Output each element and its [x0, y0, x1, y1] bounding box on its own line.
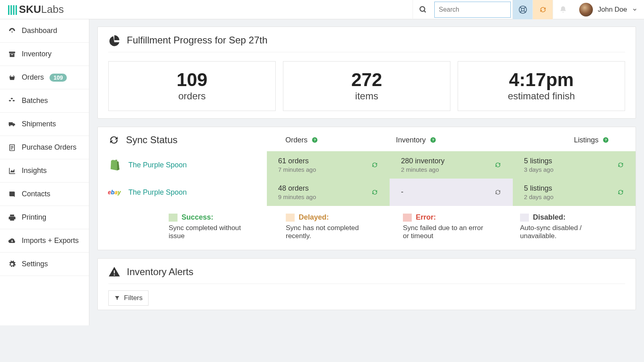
avatar — [579, 3, 593, 16]
refresh-icon[interactable] — [617, 189, 624, 196]
stat-items: 272 items — [283, 61, 450, 111]
stat-value: 4:17pm — [462, 70, 621, 89]
sidebar-item-inventory[interactable]: Inventory — [0, 43, 89, 66]
refresh-icon[interactable] — [371, 189, 378, 196]
cubes-icon — [8, 97, 16, 105]
swatch-icon — [169, 214, 178, 222]
col-orders: Orders ? — [277, 136, 388, 144]
help-button[interactable] — [512, 0, 533, 19]
help-icon[interactable]: ? — [430, 137, 436, 143]
chevron-down-icon — [632, 7, 638, 12]
refresh-icon[interactable] — [494, 189, 502, 196]
store-link[interactable]: The Purple Spoon — [128, 188, 187, 197]
fulfillment-card: Fulfillment Progress for Sep 27th 109 or… — [97, 27, 636, 119]
truck-icon — [8, 120, 16, 128]
search-button[interactable] — [413, 0, 433, 19]
stat-value: 272 — [287, 70, 446, 89]
sync-row: The Purple Spoon 61 orders7 minutes ago … — [98, 151, 636, 179]
sync-icon — [108, 134, 120, 146]
sidebar-item-label: Dashboard — [22, 27, 57, 35]
stat-label: orders — [113, 90, 271, 102]
cloud-icon — [8, 237, 16, 245]
legend-error: Error: Sync failed due to an error or ti… — [403, 213, 508, 240]
sync-cell-orders: 48 orders9 minutes ago — [267, 179, 390, 206]
svg-text:?: ? — [432, 138, 434, 142]
legend-success: Success: Sync completed without issue — [169, 213, 274, 240]
svg-point-4 — [521, 8, 524, 11]
sidebar-item-label: Contacts — [22, 190, 50, 198]
sync-button[interactable] — [533, 0, 553, 19]
swatch-icon — [286, 214, 295, 222]
svg-point-0 — [420, 6, 425, 11]
sync-cell-inventory: - — [390, 179, 512, 206]
sidebar-item-label: Purchase Orders — [22, 143, 76, 152]
document-icon — [8, 144, 16, 152]
sync-icon — [539, 6, 547, 14]
sidebar-item-shipments[interactable]: Shipments — [0, 113, 89, 136]
printer-icon — [8, 214, 16, 222]
warning-icon — [108, 266, 120, 278]
sidebar-item-label: Batches — [22, 97, 48, 105]
sync-legend: Success: Sync completed without issue De… — [108, 206, 625, 243]
sidebar-item-purchase-orders[interactable]: Purchase Orders — [0, 136, 89, 159]
stat-orders: 109 orders — [108, 61, 276, 111]
stat-value: 109 — [113, 70, 271, 89]
svg-line-1 — [424, 10, 425, 12]
sidebar-item-label: Settings — [22, 260, 48, 268]
user-menu[interactable]: John Doe — [573, 3, 644, 16]
search-input[interactable] — [439, 6, 519, 13]
gear-icon — [8, 260, 16, 268]
ebay-icon: ebay — [108, 186, 120, 198]
sync-status-card: Sync Status Orders ? Inventory ? Listing… — [97, 127, 636, 250]
sidebar: Dashboard Inventory Orders 109 Batches S… — [0, 19, 89, 325]
legend-disabled: Disabled: Auto-sync disabled / unavailab… — [520, 213, 625, 240]
sidebar-item-batches[interactable]: Batches — [0, 89, 89, 113]
legend-delayed: Delayed: Sync has not completed recently… — [286, 213, 391, 240]
sync-cell-orders: 61 orders7 minutes ago — [267, 151, 390, 179]
sync-cell-listings: 5 listings2 days ago — [513, 179, 636, 206]
refresh-icon[interactable] — [494, 161, 502, 169]
sync-title: Sync Status — [126, 134, 178, 146]
pie-chart-icon — [108, 34, 120, 46]
search-field-wrap — [434, 2, 511, 18]
sync-cell-inventory: 280 inventory2 minutes ago — [390, 151, 512, 179]
help-icon[interactable]: ? — [312, 137, 318, 143]
col-listings: Listings ? — [498, 136, 625, 144]
dashboard-icon — [8, 27, 16, 35]
basket-icon — [8, 74, 16, 82]
stat-finish: 4:17pm estimated finish — [458, 61, 625, 111]
lifebuoy-icon — [518, 5, 527, 14]
svg-text:?: ? — [314, 138, 316, 142]
book-icon — [8, 190, 16, 198]
alerts-title: Inventory Alerts — [127, 266, 193, 278]
sync-row: ebay The Purple Spoon 48 orders9 minutes… — [98, 179, 636, 206]
shopify-icon — [108, 159, 120, 171]
notifications-button[interactable] — [553, 0, 573, 19]
logo-bars-icon: |||| — [7, 3, 17, 16]
sidebar-item-orders[interactable]: Orders 109 — [0, 66, 89, 89]
sidebar-item-dashboard[interactable]: Dashboard — [0, 19, 89, 43]
main-content: Fulfillment Progress for Sep 27th 109 or… — [89, 19, 644, 325]
svg-text:?: ? — [605, 138, 607, 142]
sidebar-item-label: Insights — [22, 167, 47, 175]
sidebar-item-insights[interactable]: Insights — [0, 159, 89, 183]
user-name: John Doe — [598, 6, 627, 14]
sidebar-item-printing[interactable]: Printing — [0, 206, 89, 229]
chart-icon — [8, 167, 16, 175]
sidebar-item-imports-exports[interactable]: Imports + Exports — [0, 229, 89, 253]
fulfillment-title: Fulfillment Progress for Sep 27th — [127, 35, 268, 46]
stat-label: items — [287, 90, 446, 102]
sidebar-item-contacts[interactable]: Contacts — [0, 183, 89, 206]
orders-badge: 109 — [50, 74, 67, 82]
sidebar-item-settings[interactable]: Settings — [0, 253, 89, 276]
svg-rect-9 — [9, 51, 15, 53]
sidebar-item-label: Printing — [22, 213, 46, 222]
sidebar-item-label: Inventory — [22, 50, 52, 58]
filters-button[interactable]: Filters — [108, 290, 149, 306]
refresh-icon[interactable] — [371, 161, 378, 169]
store-link[interactable]: The Purple Spoon — [128, 161, 187, 169]
brand-logo[interactable]: |||| SKU Labs — [0, 3, 89, 16]
help-icon[interactable]: ? — [603, 137, 609, 143]
search-icon — [419, 6, 427, 14]
refresh-icon[interactable] — [617, 161, 624, 169]
